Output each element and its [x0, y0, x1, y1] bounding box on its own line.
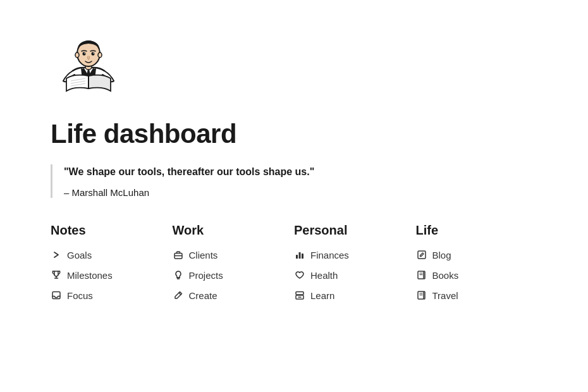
- quote-author: – Marshall McLuhan: [64, 187, 537, 198]
- item-label-blog: Blog: [432, 250, 451, 260]
- svg-point-3: [92, 52, 95, 56]
- list-item-travel[interactable]: Travel: [416, 288, 525, 302]
- page-title: Life dashboard: [51, 119, 537, 149]
- column-items-life: Blog Books Travel: [416, 248, 525, 302]
- item-label-goals: Goals: [67, 250, 92, 260]
- item-label-books: Books: [432, 270, 459, 281]
- svg-point-11: [98, 52, 102, 58]
- item-label-projects: Projects: [189, 270, 223, 281]
- column-header-work: Work: [173, 223, 282, 238]
- item-label-focus: Focus: [67, 290, 93, 301]
- item-label-create: Create: [189, 290, 217, 301]
- list-item-books[interactable]: Books: [416, 268, 525, 282]
- item-label-finances: Finances: [310, 250, 349, 260]
- item-label-clients: Clients: [189, 250, 218, 260]
- avatar-illustration: [51, 25, 126, 101]
- inbox-icon: [51, 290, 62, 301]
- svg-rect-20: [296, 255, 298, 259]
- list-item-clients[interactable]: Clients: [173, 248, 282, 262]
- item-label-learn: Learn: [310, 290, 334, 301]
- trophy-icon: [51, 269, 62, 281]
- item-label-travel: Travel: [432, 290, 458, 301]
- column-header-life: Life: [416, 223, 525, 238]
- map-icon: [416, 290, 427, 301]
- item-label-milestones: Milestones: [67, 270, 113, 281]
- svg-point-4: [84, 52, 85, 54]
- svg-point-2: [83, 52, 86, 56]
- list-item-focus[interactable]: Focus: [51, 288, 160, 302]
- pencil-icon: [173, 290, 184, 301]
- list-item-health[interactable]: Health: [294, 268, 403, 282]
- svg-point-10: [75, 52, 79, 58]
- item-label-health: Health: [310, 270, 338, 281]
- bar-chart-icon: [294, 249, 305, 260]
- arrow-right-icon: [51, 249, 62, 260]
- list-item-create[interactable]: Create: [173, 288, 282, 302]
- book-icon: [416, 269, 427, 281]
- column-personal: Personal Finances Health Learn: [294, 223, 416, 302]
- column-work: Work Clients Projects Create: [173, 223, 295, 302]
- edit-icon: [416, 249, 427, 260]
- list-item-finances[interactable]: Finances: [294, 248, 403, 262]
- archive-icon: [294, 290, 305, 301]
- svg-rect-26: [418, 251, 426, 259]
- quote-block: "We shape our tools, thereafter our tool…: [51, 164, 537, 198]
- column-items-work: Clients Projects Create: [173, 248, 282, 302]
- briefcase-icon: [173, 249, 184, 260]
- column-life: Life Blog Books Travel: [416, 223, 538, 302]
- list-item-blog[interactable]: Blog: [416, 248, 525, 262]
- quote-text: "We shape our tools, thereafter our tool…: [64, 164, 537, 180]
- column-header-personal: Personal: [294, 223, 403, 238]
- columns-grid: Notes Goals Milestones FocusWork Clients…: [51, 223, 537, 302]
- list-item-milestones[interactable]: Milestones: [51, 268, 160, 282]
- lightbulb-icon: [173, 269, 184, 281]
- svg-rect-22: [302, 254, 303, 259]
- avatar-area: [51, 25, 537, 104]
- column-items-notes: Goals Milestones Focus: [51, 248, 160, 302]
- column-header-notes: Notes: [51, 223, 160, 238]
- list-item-goals[interactable]: Goals: [51, 248, 160, 262]
- column-notes: Notes Goals Milestones Focus: [51, 223, 173, 302]
- heart-icon: [294, 269, 305, 281]
- svg-rect-24: [296, 292, 303, 295]
- svg-rect-21: [299, 252, 301, 259]
- column-items-personal: Finances Health Learn: [294, 248, 403, 302]
- svg-point-5: [93, 52, 94, 54]
- list-item-learn[interactable]: Learn: [294, 288, 403, 302]
- list-item-projects[interactable]: Projects: [173, 268, 282, 282]
